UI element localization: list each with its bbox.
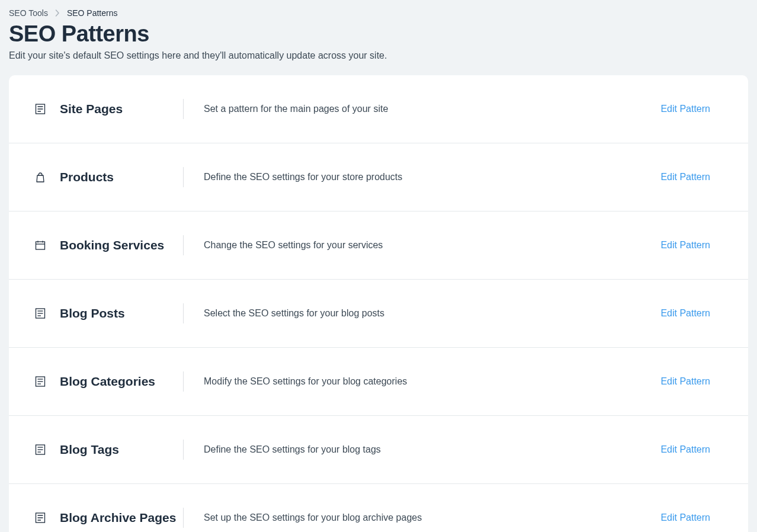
edit-pattern-button[interactable]: Edit Pattern <box>660 376 723 387</box>
breadcrumb-current: SEO Patterns <box>67 8 118 18</box>
breadcrumb: SEO Tools SEO Patterns <box>9 8 748 18</box>
pattern-description: Set a pattern for the main pages of your… <box>204 104 660 114</box>
pattern-row-blog-tags: Blog Tags Define the SEO settings for yo… <box>9 416 748 484</box>
divider <box>183 303 184 323</box>
pattern-row-site-pages: Site Pages Set a pattern for the main pa… <box>9 75 748 143</box>
pattern-title: Products <box>47 170 183 184</box>
pattern-row-booking-services: Booking Services Change the SEO settings… <box>9 211 748 280</box>
divider <box>183 235 184 255</box>
divider <box>183 99 184 119</box>
document-icon <box>34 376 47 387</box>
pattern-title: Blog Tags <box>47 443 183 457</box>
divider <box>183 167 184 187</box>
document-icon <box>34 444 47 455</box>
pattern-description: Select the SEO settings for your blog po… <box>204 308 660 319</box>
pattern-title: Booking Services <box>47 238 183 252</box>
pattern-description: Change the SEO settings for your service… <box>204 240 660 251</box>
pattern-title: Blog Posts <box>47 306 183 321</box>
edit-pattern-button[interactable]: Edit Pattern <box>660 240 723 251</box>
pattern-row-blog-categories: Blog Categories Modify the SEO settings … <box>9 348 748 416</box>
patterns-list: Site Pages Set a pattern for the main pa… <box>9 75 748 532</box>
pattern-description: Modify the SEO settings for your blog ca… <box>204 376 660 387</box>
edit-pattern-button[interactable]: Edit Pattern <box>660 172 723 182</box>
page-description: Edit your site's default SEO settings he… <box>9 50 748 61</box>
calendar-icon <box>34 240 47 251</box>
pattern-description: Set up the SEO settings for your blog ar… <box>204 512 660 523</box>
pattern-row-blog-posts: Blog Posts Select the SEO settings for y… <box>9 280 748 348</box>
divider <box>183 508 184 528</box>
edit-pattern-button[interactable]: Edit Pattern <box>660 308 723 319</box>
bag-icon <box>34 172 47 182</box>
breadcrumb-parent[interactable]: SEO Tools <box>9 8 48 18</box>
edit-pattern-button[interactable]: Edit Pattern <box>660 512 723 523</box>
pattern-description: Define the SEO settings for your store p… <box>204 172 660 182</box>
pattern-title: Blog Archive Pages <box>47 511 183 525</box>
divider <box>183 440 184 460</box>
document-icon <box>34 512 47 523</box>
document-icon <box>34 104 47 114</box>
chevron-right-icon <box>55 9 60 17</box>
document-icon <box>34 308 47 319</box>
svg-rect-4 <box>36 242 45 249</box>
pattern-title: Site Pages <box>47 102 183 116</box>
pattern-title: Blog Categories <box>47 374 183 389</box>
pattern-row-blog-archive-pages: Blog Archive Pages Set up the SEO settin… <box>9 484 748 532</box>
edit-pattern-button[interactable]: Edit Pattern <box>660 444 723 455</box>
page-title: SEO Patterns <box>9 21 748 47</box>
pattern-row-products: Products Define the SEO settings for you… <box>9 143 748 211</box>
pattern-description: Define the SEO settings for your blog ta… <box>204 444 660 455</box>
divider <box>183 371 184 392</box>
edit-pattern-button[interactable]: Edit Pattern <box>660 104 723 114</box>
